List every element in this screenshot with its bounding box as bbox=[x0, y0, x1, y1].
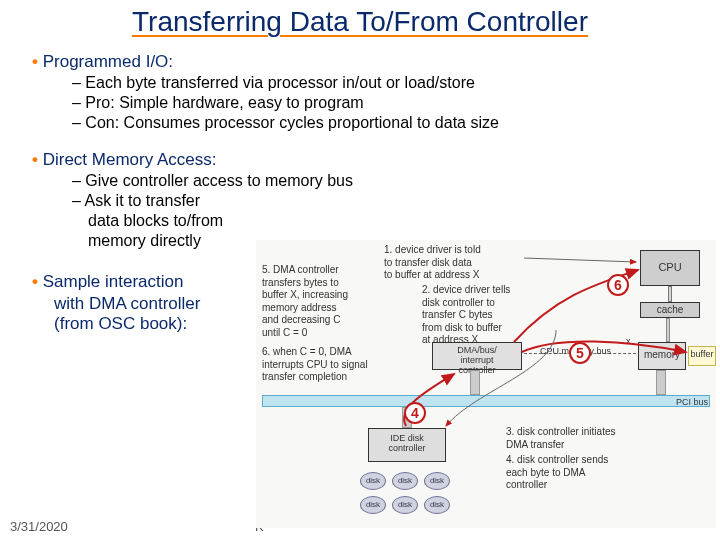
pio-sub1: Each byte transferred via processor in/o… bbox=[85, 74, 475, 91]
step-4-label: 4. disk controller sendseach byte to DMA… bbox=[506, 454, 656, 492]
buffer-box: buffer bbox=[688, 346, 716, 366]
cache-mem-connector bbox=[666, 318, 670, 342]
footer-date: 3/31/2020 bbox=[10, 519, 68, 534]
dma-sub1: Give controller access to memory bus bbox=[85, 172, 353, 189]
bullet-dma: Direct Memory Access: bbox=[43, 150, 217, 169]
step-5-label: 5. DMA controllertransfers bytes tobuffe… bbox=[262, 264, 372, 339]
step-3-label: 3. disk controller initiatesDMA transfer bbox=[506, 426, 656, 451]
pci-bus bbox=[262, 395, 710, 407]
dma-sub2: Ask it to transfer bbox=[84, 192, 200, 209]
bullet-pio: Programmed I/O: bbox=[43, 52, 173, 71]
disk-icon: disk bbox=[424, 496, 450, 514]
disk-icon: disk bbox=[392, 472, 418, 490]
slide-title: Transferring Data To/From Controller bbox=[0, 0, 720, 40]
step-6-label: 6. when C = 0, DMAinterrupts CPU to sign… bbox=[262, 346, 390, 384]
pci-bus-label: PCI bus bbox=[676, 397, 708, 407]
disk-icon: disk bbox=[424, 472, 450, 490]
pio-sub3: Con: Consumes processor cycles proportio… bbox=[85, 114, 499, 131]
marker-6: 6 bbox=[607, 274, 629, 296]
ide-controller-box: IDE diskcontroller bbox=[368, 428, 446, 462]
stub-connector bbox=[656, 370, 666, 395]
marker-4: 4 bbox=[404, 402, 426, 424]
cache-box: cache bbox=[640, 302, 700, 318]
dma-sub3: data blocks to/from bbox=[88, 212, 223, 229]
pio-sub2: Pro: Simple hardware, easy to program bbox=[85, 94, 363, 111]
cpu-cache-connector bbox=[668, 286, 672, 302]
dma-controller-box: DMA/bus/interruptcontroller bbox=[432, 342, 522, 370]
dma-diagram: 1. device driver is toldto transfer disk… bbox=[256, 240, 716, 528]
cpu-box: CPU bbox=[640, 250, 700, 286]
memory-box: memory bbox=[638, 342, 686, 370]
marker-5: 5 bbox=[569, 342, 591, 364]
disk-icon: disk bbox=[360, 472, 386, 490]
disk-icon: disk bbox=[392, 496, 418, 514]
step-1-label: 1. device driver is toldto transfer disk… bbox=[384, 244, 524, 282]
step-2-label: 2. device driver tellsdisk controller to… bbox=[422, 284, 542, 347]
disk-icon: disk bbox=[360, 496, 386, 514]
memory-x-label: x bbox=[626, 336, 631, 346]
stub-connector bbox=[470, 370, 480, 395]
dma-sub4: memory directly bbox=[88, 232, 201, 249]
sample-l1: Sample interaction bbox=[43, 272, 184, 291]
